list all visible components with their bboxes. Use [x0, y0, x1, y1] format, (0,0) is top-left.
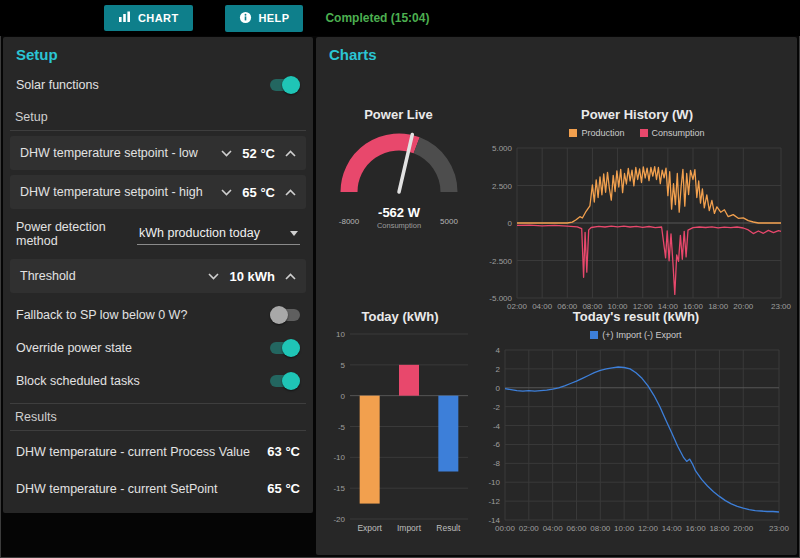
- legend-label: (+) Import (-) Export: [602, 330, 681, 340]
- svg-text:-4: -4: [493, 422, 501, 431]
- svg-text:06:00: 06:00: [566, 524, 587, 533]
- solar-functions-row: Solar functions: [3, 68, 313, 101]
- todays-result-title: Today's result (kWh): [479, 309, 793, 326]
- legend-item[interactable]: Production: [569, 128, 624, 138]
- line-chart-svg: 02:0004:0006:0008:0010:0012:0014:0016:00…: [481, 144, 791, 314]
- svg-text:-12: -12: [488, 497, 500, 506]
- power-live-title: Power Live: [316, 107, 481, 124]
- svg-text:5000: 5000: [440, 217, 458, 226]
- todays-result-block: Today's result (kWh) (+) Import (-) Expo…: [479, 309, 793, 540]
- setpoint-row: DHW temperature - current SetPoint 65 °C: [3, 470, 313, 507]
- section-setup: Setup: [10, 104, 306, 131]
- chevron-down-icon[interactable]: [219, 186, 234, 199]
- svg-text:0: 0: [341, 392, 346, 401]
- svg-text:-6: -6: [493, 440, 501, 449]
- override-label: Override power state: [16, 341, 132, 355]
- threshold-stepper: 10 kWh: [206, 269, 298, 284]
- svg-text:12:00: 12:00: [638, 524, 659, 533]
- svg-text:14:00: 14:00: [662, 524, 683, 533]
- sp-low-stepper: 52 °C: [219, 146, 298, 161]
- line-chart-svg: 00:0002:0004:0006:0008:0010:0012:0014:00…: [479, 346, 791, 536]
- svg-text:-20: -20: [333, 515, 345, 524]
- legend-item[interactable]: (+) Import (-) Export: [590, 330, 681, 340]
- chevron-down-icon[interactable]: [206, 270, 221, 283]
- process-value-row: DHW temperature - current Process Value …: [3, 433, 313, 470]
- legend-label: Production: [581, 128, 624, 138]
- fallback-label: Fallback to SP low below 0 W?: [16, 308, 187, 322]
- sp-low-value: 52 °C: [242, 146, 275, 161]
- svg-text:2: 2: [496, 365, 501, 374]
- fallback-row: Fallback to SP low below 0 W?: [3, 298, 313, 331]
- gauge-svg: -562 WConsumption-80005000: [324, 128, 474, 240]
- legend-item[interactable]: Consumption: [640, 128, 705, 138]
- svg-text:18:00: 18:00: [709, 524, 730, 533]
- power-detection-label: Power detection method: [16, 220, 137, 248]
- toggle-knob: [282, 372, 300, 390]
- process-value-label: DHW temperature - current Process Value: [16, 445, 250, 459]
- top-bar: CHART HELP Completed (15:04): [0, 0, 800, 36]
- caret-down-icon: [290, 231, 298, 236]
- solar-functions-label: Solar functions: [16, 78, 99, 92]
- power-history-chart: 02:0004:0006:0008:0010:0012:0014:0016:00…: [481, 144, 793, 318]
- bar-result: [438, 396, 458, 472]
- power-detection-select[interactable]: kWh production today: [137, 223, 300, 245]
- svg-text:20:00: 20:00: [733, 524, 754, 533]
- sp-high-stepper: 65 °C: [219, 185, 298, 200]
- block-tasks-toggle[interactable]: [270, 375, 300, 387]
- svg-text:Import: Import: [397, 523, 422, 533]
- fallback-toggle[interactable]: [270, 309, 300, 321]
- chevron-up-icon[interactable]: [283, 147, 298, 160]
- sp-low-label: DHW temperature setpoint - low: [20, 146, 198, 160]
- power-live-gauge: -562 WConsumption-80005000: [316, 128, 481, 244]
- solar-functions-toggle[interactable]: [270, 79, 300, 91]
- svg-text:Export: Export: [357, 523, 382, 533]
- svg-text:5: 5: [341, 361, 346, 370]
- svg-text:-10: -10: [333, 453, 345, 462]
- setpoint-label: DHW temperature - current SetPoint: [16, 482, 217, 496]
- chevron-up-icon[interactable]: [283, 270, 298, 283]
- sp-low-row: DHW temperature setpoint - low 52 °C: [10, 136, 306, 170]
- svg-text:10: 10: [336, 330, 345, 339]
- svg-text:16:00: 16:00: [686, 524, 707, 533]
- svg-text:10:00: 10:00: [614, 524, 635, 533]
- legend-label: Consumption: [652, 128, 705, 138]
- chevron-up-icon[interactable]: [283, 186, 298, 199]
- chevron-down-icon[interactable]: [219, 147, 234, 160]
- charts-panel: Charts Power Live -562 WConsumption-8000…: [316, 37, 797, 555]
- svg-text:0: 0: [496, 384, 501, 393]
- power-detection-row: Power detection method kWh production to…: [3, 214, 313, 254]
- block-tasks-label: Block scheduled tasks: [16, 374, 140, 388]
- today-bars-block: Today (kWh) 1050-5-10-15-20ExportImportR…: [322, 309, 478, 539]
- svg-text:00:00: 00:00: [495, 524, 516, 533]
- svg-text:-10: -10: [488, 478, 500, 487]
- todays-result-chart: 00:0002:0004:0006:0008:0010:0012:0014:00…: [479, 346, 793, 540]
- today-bar-chart: 1050-5-10-15-20ExportImportResult: [322, 330, 478, 539]
- override-row: Override power state: [3, 331, 313, 364]
- threshold-value: 10 kWh: [229, 269, 275, 284]
- svg-text:Result: Result: [436, 523, 461, 533]
- todays-result-legend: (+) Import (-) Export: [479, 328, 793, 342]
- bar-chart-svg: 1050-5-10-15-20ExportImportResult: [324, 330, 476, 535]
- power-history-legend: ProductionConsumption: [481, 126, 793, 140]
- svg-text:4: 4: [496, 346, 501, 355]
- svg-text:23:00: 23:00: [769, 524, 790, 533]
- svg-text:-562 W: -562 W: [378, 205, 421, 220]
- today-bars-title: Today (kWh): [322, 309, 478, 326]
- sp-high-value: 65 °C: [242, 185, 275, 200]
- svg-text:-8: -8: [493, 459, 501, 468]
- svg-text:02:00: 02:00: [519, 524, 540, 533]
- help-tab-button[interactable]: HELP: [225, 5, 304, 32]
- setup-panel-title: Setup: [3, 37, 313, 68]
- svg-text:-2: -2: [493, 403, 501, 412]
- help-tab-label: HELP: [259, 12, 290, 24]
- info-icon: [239, 11, 252, 26]
- legend-swatch: [640, 129, 648, 137]
- power-history-title: Power History (W): [481, 107, 793, 124]
- chart-tab-button[interactable]: CHART: [104, 5, 193, 31]
- bar-export: [360, 396, 380, 504]
- override-toggle[interactable]: [270, 342, 300, 354]
- chart-tab-label: CHART: [138, 12, 179, 24]
- svg-text:-5: -5: [338, 423, 346, 432]
- svg-text:-5.000: -5.000: [489, 294, 512, 303]
- power-live-block: Power Live -562 WConsumption-80005000: [316, 107, 481, 244]
